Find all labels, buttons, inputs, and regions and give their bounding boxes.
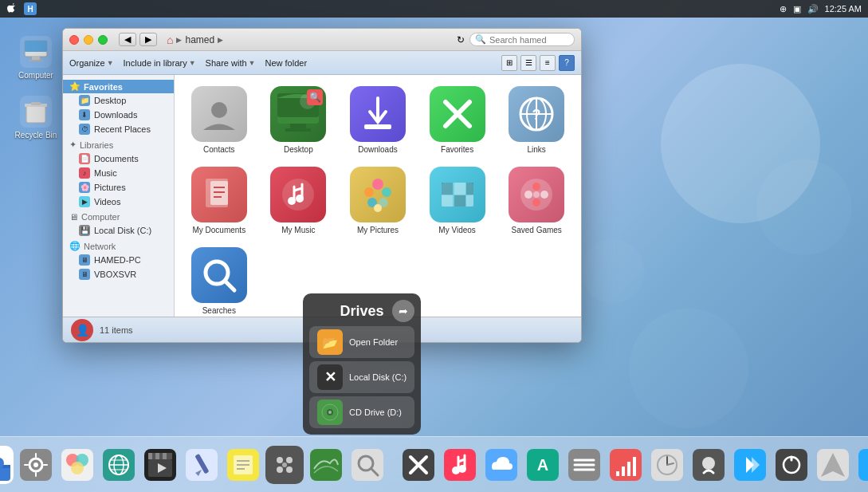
favorites-file-icon xyxy=(430,86,485,142)
pictures-icon: 🌸 xyxy=(79,182,90,193)
dock-item-appstore[interactable]: A xyxy=(524,446,562,484)
mymusic-file-icon xyxy=(270,167,326,222)
local-disk-popup-icon: ✕ xyxy=(317,364,343,390)
svg-point-94 xyxy=(277,466,283,473)
dock-item-istatmenus[interactable] xyxy=(607,446,645,484)
menu-bar-app-icon[interactable]: H xyxy=(24,2,37,15)
back-button[interactable]: ◀ xyxy=(119,33,136,46)
dock-item-bartender[interactable] xyxy=(565,446,603,484)
svg-point-44 xyxy=(540,191,548,199)
dock-item-music[interactable] xyxy=(441,446,479,484)
dock-item-pencil[interactable] xyxy=(183,446,221,484)
file-item-links[interactable]: ? Links xyxy=(500,83,573,157)
file-item-mypics[interactable]: My Pictures xyxy=(341,163,414,238)
dock-item-globe[interactable] xyxy=(100,446,138,484)
desktop-file-icon: 🔍 xyxy=(270,86,326,142)
search-input[interactable] xyxy=(489,35,569,45)
sidebar-item-downloads[interactable]: ⬇ Downloads xyxy=(63,108,174,122)
sidebar-item-desktop[interactable]: 📁 Desktop xyxy=(63,93,174,108)
svg-rect-13 xyxy=(364,124,391,129)
dock-item-colors[interactable] xyxy=(58,446,96,484)
dock-item-settings[interactable] xyxy=(17,446,55,484)
file-item-contacts[interactable]: Contacts xyxy=(183,83,256,157)
svg-point-95 xyxy=(286,466,293,473)
hamed-pc-icon: 🖥 xyxy=(79,254,90,266)
explorer-body: ⭐ Favorites 📁 Desktop ⬇ Downloads ⏱ Rece… xyxy=(63,75,581,317)
view-icon-list[interactable]: ☰ xyxy=(520,55,536,71)
dock-item-shortcuts[interactable] xyxy=(731,446,769,484)
sidebar-item-music[interactable]: ♪ Music xyxy=(63,166,174,180)
dock-item-popclip[interactable] xyxy=(855,446,869,484)
forward-button[interactable]: ▶ xyxy=(139,33,157,46)
svg-rect-3 xyxy=(29,60,43,61)
recent-folder-icon: ⏱ xyxy=(79,124,90,135)
path-separator: ▶ xyxy=(176,36,182,44)
drives-item-cd-drive[interactable]: CD Drive (D:) xyxy=(309,396,414,428)
svg-rect-129 xyxy=(776,449,807,481)
myvideos-file-icon xyxy=(430,167,485,222)
dock-item-clapper[interactable] xyxy=(141,446,179,484)
svg-point-45 xyxy=(532,183,540,191)
dock-item-notes[interactable] xyxy=(224,446,262,484)
file-item-searches[interactable]: Searches xyxy=(183,244,256,317)
file-item-myvideos[interactable]: My Videos xyxy=(421,163,494,238)
sidebar-item-videos[interactable]: ▶ Videos xyxy=(63,195,174,209)
svg-text:?: ? xyxy=(532,107,541,123)
computer-icon-label: Computer xyxy=(18,71,53,80)
include-in-library-button[interactable]: Include in library ▼ xyxy=(124,58,196,68)
apple-menu-icon[interactable] xyxy=(6,2,19,15)
dock: A xyxy=(0,436,868,492)
new-folder-button[interactable]: New folder xyxy=(265,58,307,68)
file-item-mydocs[interactable]: My Documents xyxy=(183,163,256,238)
organize-button[interactable]: Organize ▼ xyxy=(69,58,114,68)
file-item-savedgames[interactable]: Saved Games xyxy=(500,163,573,238)
drives-item-local-disk[interactable]: ✕ Local Disk (C:) xyxy=(309,361,414,393)
file-item-favorites[interactable]: Favorites xyxy=(421,83,494,157)
refresh-icon[interactable]: ↻ xyxy=(457,34,465,45)
svg-point-30 xyxy=(364,187,374,197)
dock-item-finder[interactable] xyxy=(0,446,14,484)
svg-rect-6 xyxy=(31,102,41,105)
file-item-desktop[interactable]: 🔍 Desktop xyxy=(262,83,336,157)
dock-item-actmon[interactable] xyxy=(648,446,686,484)
desktop-icon-recycle[interactable]: Recycle Bin xyxy=(12,96,60,140)
svg-rect-133 xyxy=(858,449,869,481)
file-item-downloads[interactable]: Downloads xyxy=(341,83,414,157)
dock-item-finder2[interactable] xyxy=(307,446,345,484)
dock-item-spotlight[interactable] xyxy=(348,446,387,484)
toolbar-icons: ⊞ ☰ ≡ ? xyxy=(501,55,575,71)
minimize-button[interactable] xyxy=(84,35,93,45)
maximize-button[interactable] xyxy=(98,35,108,45)
sidebar-item-vboxsvr[interactable]: 🖥 VBOXSVR xyxy=(63,267,174,281)
dock-item-oneswitch[interactable] xyxy=(772,446,811,484)
svg-rect-80 xyxy=(148,453,152,459)
dock-item-xcode[interactable] xyxy=(399,446,438,484)
savedgames-file-icon xyxy=(509,167,564,222)
menu-bar-icons: ⊕ ▣ 🔊 xyxy=(780,4,819,14)
search-box: 🔍 xyxy=(469,33,575,46)
menu-bar-left: H xyxy=(6,2,37,15)
dock-item-icloud[interactable] xyxy=(482,446,520,484)
close-button[interactable] xyxy=(69,35,79,45)
desktop-icon-computer[interactable]: Computer xyxy=(12,36,60,80)
drives-popup-arrow[interactable]: ➦ xyxy=(392,300,414,322)
file-item-mymusic[interactable]: My Music xyxy=(262,163,336,238)
svg-rect-37 xyxy=(454,183,465,195)
sidebar-item-local-disk[interactable]: 💾 Local Disk (C:) xyxy=(63,223,174,238)
dock-item-instruments[interactable] xyxy=(814,446,852,484)
sidebar-item-pictures[interactable]: 🌸 Pictures xyxy=(63,180,174,195)
sidebar-item-hamed-pc[interactable]: 🖥 HAMED-PC xyxy=(63,253,174,267)
share-with-button[interactable]: Share with ▼ xyxy=(206,58,256,68)
sidebar-item-documents[interactable]: 📄 Documents xyxy=(63,152,174,166)
dock-item-alfred[interactable] xyxy=(689,446,728,484)
svg-rect-36 xyxy=(442,183,453,195)
sidebar-item-recent[interactable]: ⏱ Recent Places xyxy=(63,122,174,136)
titlebar-right: ↻ 🔍 xyxy=(457,33,575,46)
drives-item-open-folder[interactable]: 📂 Open Folder xyxy=(309,326,414,358)
recycle-icon xyxy=(20,96,52,128)
svg-point-43 xyxy=(524,191,532,199)
help-icon[interactable]: ? xyxy=(559,55,575,71)
view-icon-large[interactable]: ⊞ xyxy=(501,55,517,71)
dock-item-launchpad[interactable] xyxy=(265,446,304,484)
view-icon-details[interactable]: ≡ xyxy=(540,55,556,71)
